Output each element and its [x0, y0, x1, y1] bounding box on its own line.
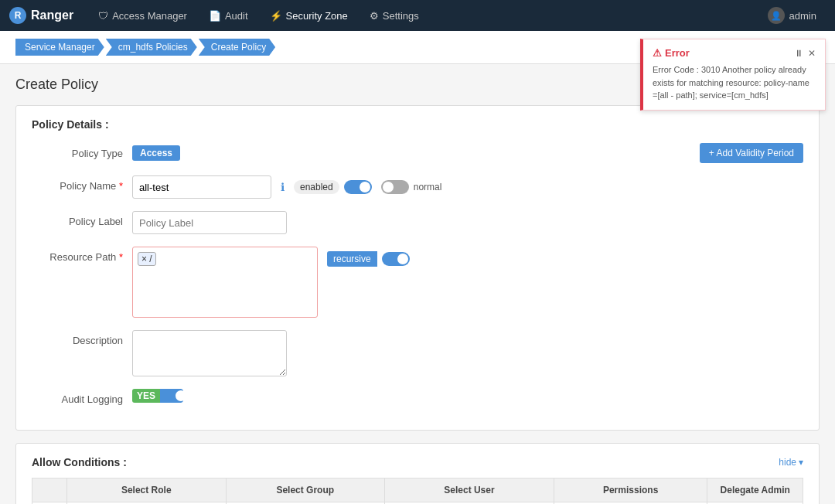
brand-label: Ranger — [31, 9, 73, 22]
page-content: Create Policy Policy Details : Policy Ty… — [0, 64, 835, 504]
brand[interactable]: R Ranger — [9, 7, 73, 24]
file-icon: 📄 — [209, 10, 221, 22]
nav-settings-label: Settings — [383, 10, 419, 22]
error-notification: ⚠ Error ⏸ ✕ Error Code : 3010 Another po… — [640, 39, 826, 111]
close-icon[interactable]: ✕ — [808, 48, 816, 59]
policy-name-input[interactable] — [132, 175, 271, 199]
policy-name-label: Policy Name — [32, 175, 132, 192]
policy-label-input[interactable] — [132, 211, 287, 234]
enabled-label: enabled — [294, 180, 339, 194]
resource-path-row: Resource Path × / recursive — [32, 247, 803, 318]
normal-toggle[interactable] — [381, 180, 409, 194]
policy-type-row: Policy Type Access + Add Validity Period — [32, 143, 803, 163]
description-label: Description — [32, 330, 132, 346]
navbar: R Ranger 🛡 Access Manager 📄 Audit ⚡ Secu… — [0, 0, 835, 31]
policy-label-label: Policy Label — [32, 211, 132, 227]
col-select-role: Select Role — [67, 478, 227, 502]
normal-label: normal — [414, 182, 442, 192]
user-label: admin — [789, 10, 816, 22]
gear-icon: ⚙ — [370, 10, 379, 22]
info-icon[interactable]: ℹ — [281, 181, 285, 193]
enabled-toggle-wrap: enabled — [294, 180, 372, 194]
audit-logging-toggle[interactable]: YES — [132, 389, 183, 403]
pause-icon[interactable]: ⏸ — [794, 48, 803, 59]
recursive-toggle[interactable] — [382, 252, 410, 266]
policy-type-badge: Access — [132, 145, 180, 161]
warning-icon: ⚠ — [653, 47, 662, 59]
resource-path-input[interactable]: × / — [132, 247, 318, 318]
normal-toggle-wrap: normal — [381, 180, 442, 194]
enabled-toggle[interactable] — [344, 180, 372, 194]
col-select-user: Select User — [385, 478, 554, 502]
nav-settings[interactable]: ⚙ Settings — [360, 0, 428, 31]
nav-security-zone[interactable]: ⚡ Security Zone — [261, 0, 357, 31]
chevron-down-icon: ▾ — [799, 457, 803, 468]
user-avatar-icon: 👤 — [768, 7, 785, 24]
ranger-logo-icon: R — [9, 7, 26, 24]
allow-conditions-section: Allow Conditions : hide ▾ Select Role Se… — [15, 443, 820, 504]
policy-label-row: Policy Label — [32, 211, 803, 234]
audit-logging-label: Audit Logging — [32, 389, 132, 405]
col-delegate-admin: Delegate Admin — [707, 478, 803, 502]
nav-access-manager[interactable]: 🛡 Access Manager — [89, 0, 196, 31]
policy-details-section: Policy Details : Policy Type Access + Ad… — [15, 105, 820, 431]
nav-access-manager-label: Access Manager — [112, 10, 187, 22]
audit-logging-row: Audit Logging YES — [32, 389, 803, 405]
lightning-icon: ⚡ — [270, 10, 282, 22]
recursive-wrap: recursive — [327, 247, 410, 267]
recursive-label: recursive — [327, 251, 377, 267]
error-message: Error Code : 3010 Another policy already… — [653, 63, 816, 102]
col-permissions: Permissions — [554, 478, 707, 502]
resource-tag: × / — [138, 252, 156, 266]
shield-icon: 🛡 — [98, 10, 108, 22]
user-menu[interactable]: 👤 admin — [758, 7, 826, 24]
hide-link[interactable]: hide ▾ — [779, 457, 803, 468]
col-select-group: Select Group — [226, 478, 385, 502]
conditions-table: Select Role Select Group Select User Per… — [32, 478, 803, 504]
nav-audit[interactable]: 📄 Audit — [199, 0, 257, 31]
breadcrumb-service-manager[interactable]: Service Manager — [15, 39, 104, 56]
description-row: Description — [32, 330, 803, 376]
nav-security-zone-label: Security Zone — [286, 10, 348, 22]
breadcrumb-cm-hdfs-policies[interactable]: cm_hdfs Policies — [106, 39, 197, 56]
policy-name-row: Policy Name ℹ enabled normal — [32, 175, 803, 199]
policy-details-title: Policy Details : — [32, 118, 803, 131]
breadcrumb-create-policy[interactable]: Create Policy — [199, 39, 275, 56]
allow-conditions-title: Allow Conditions : — [32, 456, 127, 468]
policy-type-label: Policy Type — [32, 143, 132, 159]
hide-label: hide — [779, 457, 796, 468]
yes-label: YES — [132, 389, 160, 403]
description-input[interactable] — [132, 330, 287, 376]
error-title: ⚠ Error — [653, 47, 690, 59]
add-validity-period-button[interactable]: + Add Validity Period — [700, 143, 803, 163]
resource-path-label: Resource Path — [32, 247, 132, 263]
nav-audit-label: Audit — [225, 10, 248, 22]
